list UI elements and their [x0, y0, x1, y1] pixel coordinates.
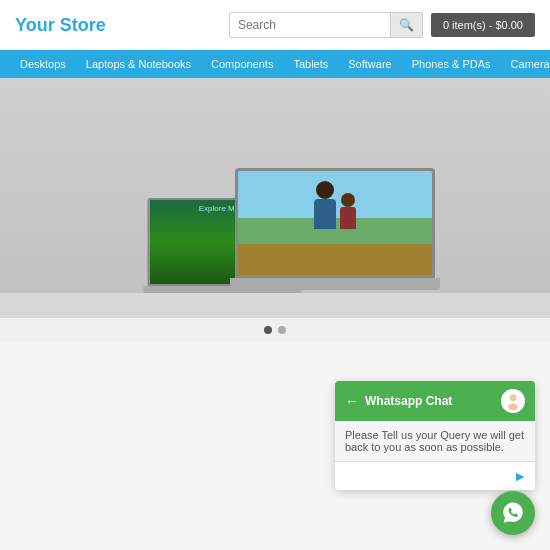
- avatar-icon: [503, 391, 523, 411]
- laptops-container: Explore More: [0, 78, 550, 318]
- avatar: [501, 389, 525, 413]
- store-title: Your Store: [15, 15, 106, 36]
- nav-item-cameras[interactable]: Cameras: [501, 50, 550, 78]
- laptop-main: [235, 168, 435, 298]
- person-adult: [314, 181, 336, 229]
- whatsapp-send-button[interactable]: ►: [505, 462, 535, 490]
- hero-banner: Explore More: [0, 78, 550, 318]
- header-right: 🔍 0 item(s) - $0.00: [229, 12, 535, 38]
- surface: [0, 293, 550, 318]
- nav-item-laptops[interactable]: Laptops & Notebooks: [76, 50, 201, 78]
- whatsapp-header: ← Whatsapp Chat: [335, 381, 535, 421]
- laptop-main-screen-content: [238, 171, 432, 275]
- laptop-main-screen: [235, 168, 435, 278]
- search-icon: 🔍: [399, 18, 414, 32]
- whatsapp-header-left: ← Whatsapp Chat: [345, 393, 452, 409]
- laptop-main-base: [230, 278, 440, 290]
- svg-point-1: [508, 404, 518, 411]
- svg-point-0: [510, 394, 517, 401]
- whatsapp-input[interactable]: [335, 464, 505, 488]
- search-bar: 🔍: [229, 12, 423, 38]
- nav-item-phones[interactable]: Phones & PDAs: [402, 50, 501, 78]
- search-button[interactable]: 🔍: [390, 13, 422, 37]
- slide-dot-2[interactable]: [278, 326, 286, 334]
- dots-indicator: [0, 318, 550, 342]
- people-silhouette: [314, 181, 356, 229]
- whatsapp-input-row: ►: [335, 461, 535, 490]
- whatsapp-body: Please Tell us your Query we will get ba…: [335, 421, 535, 461]
- nav-item-tablets[interactable]: Tablets: [283, 50, 338, 78]
- whatsapp-float-button[interactable]: [491, 491, 535, 535]
- nav-item-software[interactable]: Software: [338, 50, 401, 78]
- header: Your Store 🔍 0 item(s) - $0.00: [0, 0, 550, 50]
- search-input[interactable]: [230, 13, 390, 37]
- navbar: Desktops Laptops & Notebooks Components …: [0, 50, 550, 78]
- person-child: [340, 193, 356, 229]
- back-arrow-icon[interactable]: ←: [345, 393, 359, 409]
- top-section: Your Store 🔍 0 item(s) - $0.00 Desktops …: [0, 0, 550, 78]
- page-wrapper: Your Store 🔍 0 item(s) - $0.00 Desktops …: [0, 0, 550, 550]
- whatsapp-title: Whatsapp Chat: [365, 394, 452, 408]
- nav-item-components[interactable]: Components: [201, 50, 283, 78]
- whatsapp-icon: [500, 500, 526, 526]
- nav-item-desktops[interactable]: Desktops: [10, 50, 76, 78]
- whatsapp-message: Please Tell us your Query we will get ba…: [345, 429, 524, 453]
- send-icon: ►: [513, 468, 527, 484]
- slide-dot-1[interactable]: [264, 326, 272, 334]
- whatsapp-chat-widget: ← Whatsapp Chat Please Tell us your Quer…: [335, 381, 535, 490]
- cart-button[interactable]: 0 item(s) - $0.00: [431, 13, 535, 37]
